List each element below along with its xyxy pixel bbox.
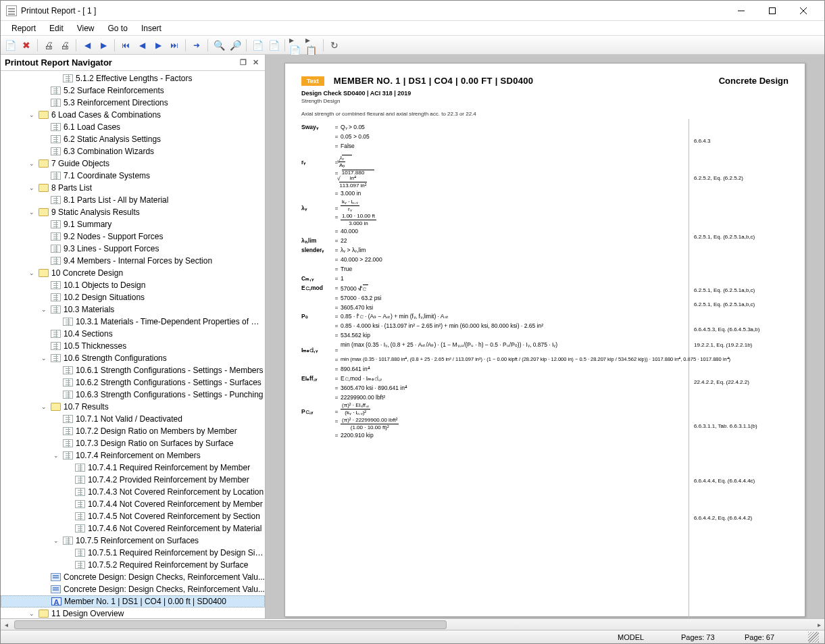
nav-fwd-icon[interactable]: ▶	[151, 39, 165, 52]
tree-leaf-selected[interactable]: ▾AMember No. 1 | DS1 | CO4 | 0.00 ft | S…	[1, 595, 265, 608]
minimize-button[interactable]	[726, 1, 757, 21]
scrollbar-thumb[interactable]	[14, 620, 447, 629]
page-scroll[interactable]: Text MEMBER NO. 1 | DS1 | CO4 | 0.00 FT …	[266, 55, 824, 618]
tree-leaf[interactable]: ▾10.6.1 Strength Configurations - Settin…	[1, 364, 265, 376]
print-icon[interactable]: 🖨	[42, 39, 55, 52]
tree-folder[interactable]: ⌄11 Design Overview	[1, 608, 265, 618]
delete-icon[interactable]: ✖	[20, 39, 33, 52]
note-line: Strength Design	[301, 98, 789, 104]
tree-leaf[interactable]: ▾9.3 Lines - Support Forces	[1, 243, 265, 255]
grid-icon	[63, 537, 73, 545]
tree-leaf[interactable]: ▾5.2 Surface Reinforcements	[1, 84, 265, 97]
export-pdf-icon[interactable]: 📄	[251, 39, 264, 52]
menu-insert[interactable]: Insert	[134, 22, 168, 34]
menu-view[interactable]: View	[70, 22, 101, 34]
scroll-right-icon[interactable]: ▸	[814, 621, 824, 628]
tree-leaf[interactable]: ▾10.3.1 Materials - Time-Dependent Prope…	[1, 316, 265, 328]
tree-leaf[interactable]: ▾10.1 Objects to Design	[1, 279, 265, 291]
folder-icon	[39, 111, 49, 119]
tree-folder[interactable]: ⌄6 Load Cases & Combinations	[1, 109, 265, 121]
tree-folder[interactable]: ⌄10.3 Materials	[1, 303, 265, 316]
nav-back-icon[interactable]: ◀	[135, 39, 149, 52]
grid-icon	[75, 524, 85, 532]
close-button[interactable]	[788, 1, 819, 21]
nav-last-icon[interactable]: ⏭	[168, 39, 181, 52]
text-icon: A	[51, 597, 61, 605]
menu-goto[interactable]: Go to	[101, 22, 134, 34]
maximize-button[interactable]	[757, 1, 788, 21]
menu-report[interactable]: Report	[5, 22, 43, 34]
tree-leaf[interactable]: ▾10.7.4.1 Required Reinforcement by Memb…	[1, 462, 265, 474]
tree-folder[interactable]: ⌄9 Static Analysis Results	[1, 206, 265, 218]
tree-leaf[interactable]: ▾6.3 Combination Wizards	[1, 145, 265, 157]
nav-first-icon[interactable]: ⏮	[119, 39, 132, 52]
grid-icon	[51, 123, 61, 131]
tree-leaf[interactable]: ▾10.6.3 Strength Configurations - Settin…	[1, 389, 265, 401]
tree-leaf[interactable]: ▾9.2 Nodes - Support Forces	[1, 230, 265, 243]
zoom-in-icon[interactable]: 🔍	[212, 39, 226, 52]
zoom-out-icon[interactable]: 🔎	[228, 39, 242, 52]
grid-icon	[51, 172, 61, 180]
tree-folder[interactable]: ⌄7 Guide Objects	[1, 157, 265, 170]
nav-prev-icon[interactable]: ◀	[80, 39, 94, 52]
tree-leaf[interactable]: ▾6.1 Load Cases	[1, 121, 265, 133]
refresh-icon[interactable]: ↻	[328, 39, 341, 52]
tree-folder[interactable]: ⌄10.6 Strength Configurations	[1, 352, 265, 364]
tree-leaf[interactable]: ▾6.2 Static Analysis Settings	[1, 133, 265, 145]
tree-leaf[interactable]: ▾Concrete Design: Design Checks, Reinfor…	[1, 583, 265, 595]
tree-leaf[interactable]: ▾10.7.4.3 Not Covered Reinforcement by L…	[1, 486, 265, 498]
tree-leaf[interactable]: ▾10.7.1 Not Valid / Deactivated	[1, 413, 265, 425]
toolbar-separator	[284, 39, 285, 51]
toolbar-separator	[323, 39, 324, 51]
export-rtf-icon[interactable]: 📄	[267, 39, 280, 52]
grid-icon	[75, 488, 85, 496]
nav-next-icon[interactable]: ▶	[97, 39, 110, 52]
tree-leaf[interactable]: ▾10.7.2 Design Ratio on Members by Membe…	[1, 425, 265, 437]
toolbar: 📄 ✖ 🖨 🖨 ◀ ▶ ⏮ ◀ ▶ ⏭ ➜ 🔍 🔎 📄 📄 ▸📄 ▸📋 ↻	[1, 36, 824, 55]
tree-leaf[interactable]: ▾9.4 Members - Internal Forces by Sectio…	[1, 255, 265, 267]
grid-icon	[63, 74, 73, 82]
content-area: Text MEMBER NO. 1 | DS1 | CO4 | 0.00 FT …	[266, 55, 824, 618]
tree-leaf[interactable]: ▾9.1 Summary	[1, 218, 265, 230]
print-all-icon[interactable]: 🖨	[58, 39, 72, 52]
grid-icon	[63, 366, 73, 374]
undock-button[interactable]: ❐	[238, 58, 249, 67]
menu-edit[interactable]: Edit	[43, 22, 70, 34]
horizontal-scrollbar[interactable]: ◂ ▸	[1, 618, 824, 630]
tree-folder[interactable]: ⌄8 Parts List	[1, 182, 265, 194]
tree-folder[interactable]: ⌄10.7 Results	[1, 401, 265, 413]
header-footer-icon[interactable]: ▸📋	[305, 39, 319, 52]
tree-leaf[interactable]: ▾10.7.4.6 Not Covered Reinforcement by M…	[1, 522, 265, 535]
tree-leaf[interactable]: ▾5.1.2 Effective Lengths - Factors	[1, 72, 265, 84]
grid-icon	[51, 86, 61, 95]
tree-folder[interactable]: ⌄10.7.4 Reinforcement on Members	[1, 449, 265, 462]
tree-leaf[interactable]: ▾10.7.4.2 Provided Reinforcement by Memb…	[1, 474, 265, 486]
window-title: Printout Report - [ 1 ]	[21, 6, 726, 16]
new-report-icon[interactable]: 📄	[3, 39, 17, 52]
tree-leaf[interactable]: ▾10.7.5.2 Required Reinforcement by Surf…	[1, 559, 265, 571]
tree-leaf[interactable]: ▾7.1 Coordinate Systems	[1, 170, 265, 182]
tree-scroll[interactable]: ▾5.1.2 Effective Lengths - Factors ▾5.2 …	[1, 71, 265, 618]
tree-leaf[interactable]: ▾10.7.3 Design Ratio on Surfaces by Surf…	[1, 437, 265, 449]
tree-leaf[interactable]: ▾Concrete Design: Design Checks, Reinfor…	[1, 571, 265, 583]
tree-leaf[interactable]: ▾10.7.4.4 Not Covered Reinforcement by M…	[1, 498, 265, 510]
tree-leaf[interactable]: ▾10.6.2 Strength Configurations - Settin…	[1, 376, 265, 389]
tree-folder[interactable]: ⌄10.7.5 Reinforcement on Surfaces	[1, 535, 265, 547]
tree-leaf[interactable]: ▾8.1 Parts List - All by Material	[1, 194, 265, 206]
page-settings-icon[interactable]: ▸📄	[289, 39, 303, 52]
scroll-left-icon[interactable]: ◂	[1, 621, 11, 628]
tree-leaf[interactable]: ▾10.4 Sections	[1, 328, 265, 340]
text-badge: Text	[301, 76, 324, 86]
tree-folder[interactable]: ⌄10 Concrete Design	[1, 267, 265, 279]
reference-column: 6.6.4.3 6.2.5.2, Eq. (6.2.5.2) 6.2.5.1, …	[694, 119, 774, 552]
tree-leaf[interactable]: ▾10.7.5.1 Required Reinforcement by Desi…	[1, 547, 265, 559]
tree-leaf[interactable]: ▾10.5 Thicknesses	[1, 340, 265, 352]
close-panel-button[interactable]: ✕	[250, 58, 261, 67]
goto-icon[interactable]: ➜	[190, 39, 203, 52]
grid-icon	[63, 451, 73, 460]
toolbar-separator	[76, 39, 76, 51]
resize-grip[interactable]	[808, 632, 819, 643]
tree-leaf[interactable]: ▾10.7.4.5 Not Covered Reinforcement by S…	[1, 510, 265, 522]
tree-leaf[interactable]: ▾10.2 Design Situations	[1, 291, 265, 303]
tree-leaf[interactable]: ▾5.3 Reinforcement Directions	[1, 97, 265, 109]
